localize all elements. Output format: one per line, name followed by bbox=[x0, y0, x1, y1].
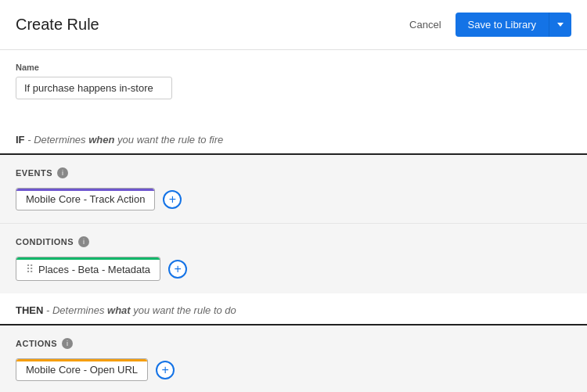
events-label: EVENTS bbox=[16, 168, 52, 178]
actions-item-text: Mobile Core - Open URL bbox=[26, 364, 138, 376]
then-keyword: THEN bbox=[16, 304, 43, 316]
events-section: EVENTS i Mobile Core - Track Action + bbox=[0, 155, 587, 223]
save-dropdown-button[interactable] bbox=[549, 13, 571, 37]
actions-add-button[interactable]: + bbox=[156, 361, 175, 379]
if-keyword: IF bbox=[16, 134, 25, 146]
actions-label-row: ACTIONS i bbox=[16, 338, 571, 349]
if-determines: - Determines bbox=[27, 134, 88, 146]
header-actions: Cancel Save to Library bbox=[402, 13, 571, 37]
save-to-library-button[interactable]: Save to Library bbox=[456, 13, 549, 37]
if-rest: you want the rule to fire bbox=[117, 134, 223, 146]
actions-pill-bar bbox=[16, 359, 147, 361]
save-btn-group: Save to Library bbox=[456, 13, 571, 37]
conditions-pill-content: ⠿ Places - Beta - Metadata bbox=[26, 262, 150, 275]
conditions-add-button[interactable]: + bbox=[168, 260, 187, 279]
events-label-row: EVENTS i bbox=[16, 167, 571, 178]
page-title: Create Rule bbox=[16, 16, 99, 34]
actions-section: ACTIONS i Mobile Core - Open URL + bbox=[0, 325, 587, 392]
conditions-label-row: CONDITIONS i bbox=[16, 236, 571, 247]
conditions-info-icon[interactable]: i bbox=[78, 236, 89, 247]
if-header: IF - Determines when you want the rule t… bbox=[0, 123, 587, 153]
conditions-label: CONDITIONS bbox=[16, 237, 74, 246]
then-rest: you want the rule to do bbox=[133, 304, 236, 316]
events-info-icon[interactable]: i bbox=[57, 167, 68, 178]
then-header: THEN - Determines what you want the rule… bbox=[0, 293, 587, 324]
name-section: Name bbox=[0, 50, 587, 115]
events-item-text: Mobile Core - Track Action bbox=[26, 193, 145, 205]
conditions-item-card: ⠿ Places - Beta - Metadata + bbox=[16, 257, 571, 281]
actions-item-card: Mobile Core - Open URL + bbox=[16, 358, 571, 381]
chevron-down-icon bbox=[557, 23, 564, 27]
actions-label: ACTIONS bbox=[16, 339, 57, 348]
events-add-button[interactable]: + bbox=[163, 190, 182, 209]
then-determines: - Determines bbox=[46, 304, 107, 316]
events-pill-bar bbox=[16, 189, 154, 191]
events-item-pill[interactable]: Mobile Core - Track Action bbox=[16, 188, 155, 210]
name-label: Name bbox=[16, 63, 571, 72]
actions-item-pill[interactable]: Mobile Core - Open URL bbox=[16, 358, 148, 381]
conditions-section: CONDITIONS i ⠿ Places - Beta - Metadata … bbox=[0, 223, 587, 293]
if-when: when bbox=[88, 134, 114, 146]
page-wrapper: Create Rule Cancel Save to Library Name … bbox=[0, 0, 587, 392]
then-what: what bbox=[107, 304, 131, 316]
header: Create Rule Cancel Save to Library bbox=[0, 0, 587, 50]
events-item-card: Mobile Core - Track Action + bbox=[16, 188, 571, 210]
cancel-button[interactable]: Cancel bbox=[402, 14, 448, 35]
spacer-1 bbox=[0, 115, 587, 123]
conditions-pill-bar bbox=[16, 257, 160, 260]
name-input[interactable] bbox=[16, 77, 172, 99]
conditions-item-pill[interactable]: ⠿ Places - Beta - Metadata bbox=[16, 257, 160, 281]
drag-dots-icon: ⠿ bbox=[26, 263, 34, 275]
conditions-item-text: Places - Beta - Metadata bbox=[38, 264, 150, 275]
actions-info-icon[interactable]: i bbox=[62, 338, 73, 349]
